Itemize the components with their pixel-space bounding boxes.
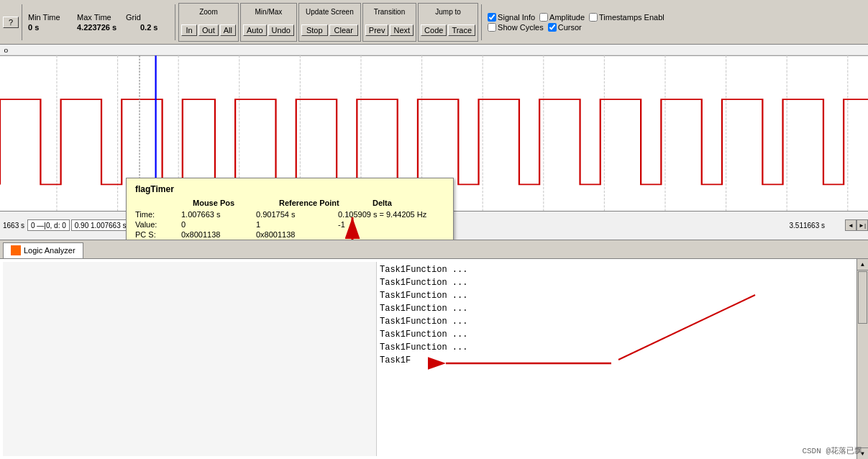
- undo-button[interactable]: Undo: [268, 24, 294, 36]
- status-ref-indicator: 0 —|0, d: 0: [27, 219, 70, 231]
- zoom-all-button[interactable]: All: [220, 24, 236, 36]
- transition-group: Transition Prev Next: [362, 3, 416, 42]
- tooltip-pc-row: PC S: 0x8001138 0x8001138: [135, 230, 444, 239]
- tooltip-value-ref: 1: [256, 220, 335, 229]
- timestamps-checkbox[interactable]: Timestamps Enabl: [589, 13, 664, 22]
- update-screen-group: Update Screen Stop Clear: [298, 3, 361, 42]
- tooltip-time-ref: 0.901754 s: [256, 210, 335, 219]
- main-content: 0 flagTimer Mouse Pos Reference Point De…: [0, 45, 868, 459]
- logic-analyzer-tab[interactable]: Logic Analyzer: [3, 242, 83, 258]
- tooltip-value-delta: -1: [338, 220, 410, 229]
- vertical-scrollbar[interactable]: ▲ ▼: [856, 259, 868, 460]
- tab-bar: Logic Analyzer: [0, 240, 868, 259]
- scroll-thumb[interactable]: [858, 271, 867, 324]
- cursor-check[interactable]: [548, 23, 557, 32]
- console-line-6: Task1Function ...: [380, 328, 862, 341]
- code-button[interactable]: Code: [421, 24, 447, 36]
- max-time-label: Max Time: [77, 13, 120, 22]
- auto-button[interactable]: Auto: [243, 24, 267, 36]
- tooltip-col-ref: Reference Point: [279, 199, 358, 207]
- console-line-4: Task1Function ...: [380, 302, 862, 315]
- cursor-checkbox[interactable]: Cursor: [548, 23, 582, 32]
- zoom-in-button[interactable]: In: [181, 24, 197, 36]
- zoom-group: Zoom In Out All: [178, 3, 239, 42]
- clear-button[interactable]: Clear: [329, 24, 358, 36]
- zoom-out-button[interactable]: Out: [198, 24, 219, 36]
- cursor-label: Cursor: [558, 23, 582, 32]
- console-line-2: Task1Function ...: [380, 276, 862, 289]
- min-time-value: 0 s: [28, 23, 71, 32]
- question-button[interactable]: ?: [3, 17, 19, 28]
- waveform-view[interactable]: 0 flagTimer Mouse Pos Reference Point De…: [0, 45, 868, 240]
- jump-to-label: Jump to: [435, 8, 461, 16]
- amplitude-check[interactable]: [539, 13, 548, 22]
- max-time-value: 4.223726 s: [77, 23, 134, 32]
- watermark: CSDN @花落已飘: [802, 445, 862, 456]
- minmax-group: Min/Max Auto Undo: [240, 3, 297, 42]
- console-line-3: Task1Function ...: [380, 289, 862, 302]
- trace-button[interactable]: Trace: [448, 24, 475, 36]
- svg-rect-1: [0, 45, 868, 55]
- grid-value: 0.2 s: [140, 23, 157, 32]
- scroll-track[interactable]: [857, 271, 868, 448]
- scroll-up-button[interactable]: ▲: [857, 259, 868, 271]
- tooltip-header: Mouse Pos Reference Point Delta: [135, 199, 444, 207]
- jump-to-group: Jump to Code Trace: [418, 3, 478, 42]
- toolbar: ? Min Time Max Time Grid 0 s 4.223726 s …: [0, 0, 868, 45]
- tooltip-pc-label: PC S:: [135, 230, 178, 239]
- time-info-group: Min Time Max Time Grid 0 s 4.223726 s 0.…: [25, 12, 172, 33]
- console-line-5: Task1Function ...: [380, 315, 862, 328]
- tooltip-time-row: Time: 1.007663 s 0.901754 s 0.105909 s =…: [135, 210, 444, 219]
- signal-tooltip: flagTimer Mouse Pos Reference Point Delt…: [126, 178, 454, 240]
- show-cycles-checkbox[interactable]: Show Cycles: [488, 23, 544, 32]
- tooltip-title: flagTimer: [135, 184, 444, 194]
- console-area: Task1Function ... Task1Function ... Task…: [0, 259, 868, 460]
- tab-icon: [11, 245, 21, 255]
- tooltip-col-mouse: Mouse Pos: [193, 199, 265, 207]
- timestamps-check[interactable]: [589, 13, 598, 22]
- transition-label: Transition: [374, 8, 406, 16]
- tooltip-time-mouse: 1.007663 s: [181, 210, 253, 219]
- show-cycles-label: Show Cycles: [498, 23, 544, 32]
- scroll-right-button[interactable]: ►|: [856, 219, 868, 231]
- scroll-left-button[interactable]: ◄: [845, 219, 856, 231]
- signal-info-label: Signal Info: [498, 13, 535, 22]
- show-cycles-check[interactable]: [488, 23, 496, 32]
- signal-info-check[interactable]: [488, 13, 496, 22]
- svg-text:0: 0: [4, 47, 9, 53]
- zoom-label: Zoom: [199, 8, 218, 16]
- checkboxes-group: Signal Info Amplitude Timestamps Enabl S…: [485, 12, 667, 33]
- status-right-time: 3.511663 s: [790, 222, 826, 230]
- console-line-7: Task1Function ...: [380, 341, 862, 354]
- tooltip-time-delta: 0.105909 s = 9.44205 Hz: [338, 210, 426, 219]
- grid-label: Grid: [126, 13, 169, 22]
- console-output: Task1Function ... Task1Function ... Task…: [377, 262, 865, 457]
- minmax-label: Min/Max: [255, 8, 283, 16]
- update-screen-label: Update Screen: [306, 8, 354, 16]
- prev-button[interactable]: Prev: [365, 24, 389, 36]
- next-button[interactable]: Next: [390, 24, 414, 36]
- console-line-8: Task1F: [380, 354, 862, 367]
- tooltip-col1: [135, 199, 178, 207]
- console-line-1: Task1Function ...: [380, 263, 862, 276]
- tooltip-value-mouse: 0: [181, 220, 253, 229]
- tooltip-value-row: Value: 0 1 -1: [135, 220, 444, 229]
- min-time-label: Min Time: [28, 13, 71, 22]
- tooltip-pc-delta: [338, 230, 410, 239]
- timestamps-label: Timestamps Enabl: [599, 13, 664, 22]
- amplitude-checkbox[interactable]: Amplitude: [539, 13, 585, 22]
- tooltip-pc-mouse: 0x8001138: [181, 230, 253, 239]
- stop-button[interactable]: Stop: [301, 24, 328, 36]
- signal-info-checkbox[interactable]: Signal Info: [488, 13, 535, 22]
- console-left-panel: [3, 262, 377, 457]
- tooltip-col-delta: Delta: [373, 199, 444, 207]
- tab-label: Logic Analyzer: [24, 246, 76, 255]
- tooltip-time-label: Time:: [135, 210, 178, 219]
- status-left-time: 1663 s: [3, 222, 24, 230]
- amplitude-label: Amplitude: [549, 13, 585, 22]
- app-window: ? Min Time Max Time Grid 0 s 4.223726 s …: [0, 0, 868, 459]
- tooltip-value-label: Value:: [135, 220, 178, 229]
- tooltip-pc-ref: 0x8001138: [256, 230, 335, 239]
